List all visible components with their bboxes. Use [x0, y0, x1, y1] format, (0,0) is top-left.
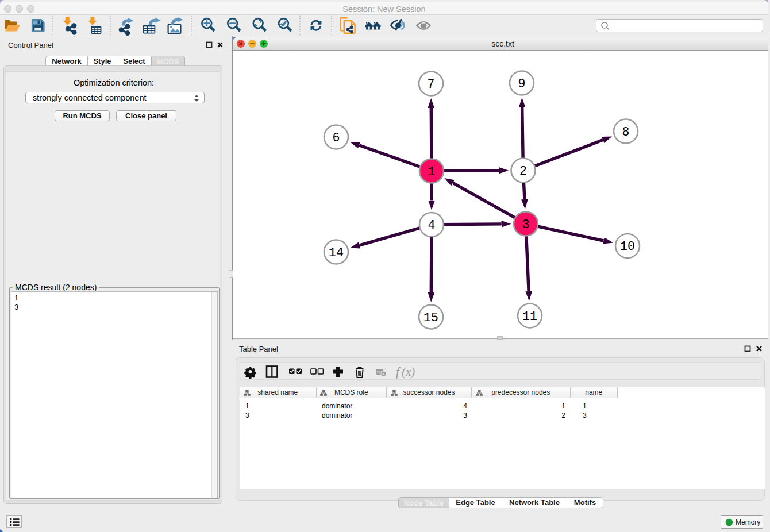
svg-text:4: 4 [428, 218, 436, 232]
svg-text:6: 6 [333, 131, 340, 145]
svg-text:11: 11 [522, 310, 537, 323]
svg-text:8: 8 [622, 125, 630, 139]
svg-text:3: 3 [522, 218, 530, 232]
svg-text:f (x): f (x) [396, 365, 415, 379]
svg-text:10: 10 [620, 240, 635, 253]
svg-text:15: 15 [424, 311, 438, 325]
svg-text:14: 14 [329, 246, 344, 260]
svg-text:1: 1 [428, 165, 436, 179]
svg-text:2: 2 [519, 164, 527, 178]
svg-text:9: 9 [518, 77, 526, 91]
svg-text:7: 7 [428, 78, 435, 91]
